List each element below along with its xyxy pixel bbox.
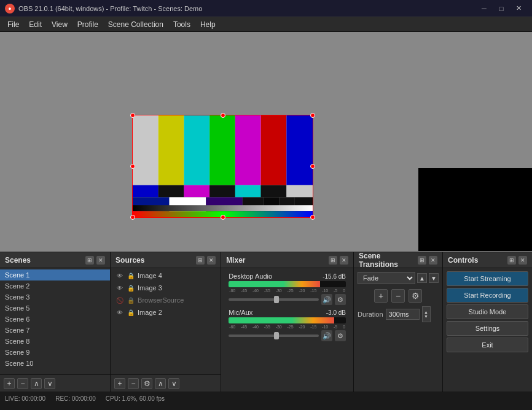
scene-item-9[interactable]: Scene 9: [0, 347, 110, 358]
menu-edit[interactable]: Edit: [24, 19, 47, 30]
menu-view[interactable]: View: [47, 19, 72, 30]
menu-help[interactable]: Help: [195, 19, 221, 30]
minimize-button[interactable]: ─: [475, 0, 493, 17]
mute-button-mic[interactable]: 🔊: [321, 330, 332, 341]
menu-tools[interactable]: Tools: [168, 19, 195, 30]
source-item-image2[interactable]: 👁 🔒 Image 2: [111, 306, 221, 319]
sources-list: 👁 🔒 Image 4 👁 🔒 Image 3 🚫 🔒 BrowserSourc…: [111, 268, 221, 374]
scene-move-down-button[interactable]: ∨: [44, 378, 55, 389]
start-recording-button[interactable]: Start Recording: [447, 288, 528, 303]
resize-handle-bc[interactable]: [221, 215, 225, 220]
settings-icon-mic[interactable]: ⚙: [335, 330, 346, 341]
lock-icon: 🔒: [127, 308, 135, 317]
source-move-down-button[interactable]: ∨: [168, 378, 179, 389]
menu-profile[interactable]: Profile: [72, 19, 103, 30]
menu-file[interactable]: File: [2, 19, 24, 30]
scene-item-8[interactable]: Scene 8: [0, 336, 110, 347]
mixer-panel-icon2[interactable]: ✕: [340, 256, 348, 265]
channel-name-desktop: Desktop Audio: [229, 273, 272, 280]
controls-panel-icons: ⊞ ✕: [507, 256, 527, 265]
scene-item-3[interactable]: Scene 3: [0, 292, 110, 303]
menu-scene-collection[interactable]: Scene Collection: [103, 19, 168, 30]
channel-controls-desktop: 🔊 ⚙: [229, 294, 346, 305]
transition-select[interactable]: Fade Cut Swipe Slide: [358, 272, 415, 284]
color-bars-source[interactable]: [132, 115, 313, 218]
channel-ticks-desktop: -60 -45 -40 -35 -30 -25 -20 -15 -10 -5 0: [229, 288, 346, 293]
sources-panel-icon1[interactable]: ⊞: [196, 256, 205, 265]
maximize-button[interactable]: □: [493, 0, 510, 17]
mixer-panel-icons: ⊞ ✕: [329, 256, 348, 265]
sources-panel: Sources ⊞ ✕ 👁 🔒 Image 4 👁 🔒 Image 3 🚫 🔒 …: [111, 252, 221, 392]
channel-controls-mic: 🔊 ⚙: [229, 330, 346, 341]
duration-label: Duration: [358, 311, 383, 318]
transitions-panel-icon1[interactable]: ⊞: [418, 256, 426, 265]
source-label: BrowserSource: [138, 296, 184, 304]
source-settings-button[interactable]: ⚙: [141, 378, 152, 389]
settings-button[interactable]: Settings: [447, 321, 528, 336]
eye-hidden-icon: 🚫: [115, 296, 124, 304]
source-add-button[interactable]: +: [114, 378, 125, 389]
scene-item-7[interactable]: Scene 7: [0, 325, 110, 336]
resize-handle-mr[interactable]: [310, 164, 315, 169]
duration-spinner[interactable]: ▲ ▼: [422, 306, 431, 322]
scene-remove-button[interactable]: −: [17, 378, 28, 389]
svg-rect-8: [133, 185, 158, 198]
mute-button-desktop[interactable]: 🔊: [321, 294, 332, 305]
channel-name-mic: Mic/Aux: [229, 309, 252, 316]
source-move-up-button[interactable]: ∧: [155, 378, 166, 389]
settings-icon-desktop[interactable]: ⚙: [335, 294, 346, 305]
transition-remove-button[interactable]: −: [391, 289, 405, 303]
scene-item-6[interactable]: Scene 6: [0, 314, 110, 325]
start-streaming-button[interactable]: Start Streaming: [447, 271, 528, 286]
studio-mode-button[interactable]: Studio Mode: [447, 304, 528, 319]
fader-knob-mic[interactable]: [274, 332, 279, 339]
channel-db-mic: -3.0 dB: [326, 309, 346, 316]
scene-item-2[interactable]: Scene 2: [0, 280, 110, 292]
scene-add-button[interactable]: +: [4, 378, 15, 389]
scenes-panel-icon2[interactable]: ✕: [96, 256, 105, 265]
transitions-panel-icons: ⊞ ✕: [418, 256, 437, 265]
resize-handle-br[interactable]: [310, 215, 315, 220]
scene-move-up-button[interactable]: ∧: [31, 378, 42, 389]
transition-up-btn[interactable]: ▲: [417, 273, 427, 283]
source-item-image4[interactable]: 👁 🔒 Image 4: [111, 269, 221, 282]
close-button[interactable]: ✕: [510, 0, 527, 17]
transition-down-btn[interactable]: ▼: [429, 273, 439, 283]
controls-panel-icon1[interactable]: ⊞: [507, 256, 516, 265]
window-title: OBS 21.0.1 (64bit, windows) - Profile: T…: [18, 5, 475, 12]
fader-track-mic[interactable]: [229, 335, 319, 337]
channel-bar-desktop: [229, 281, 346, 287]
sources-panel-icons: ⊞ ✕: [196, 256, 216, 265]
scene-item-5[interactable]: Scene 5: [0, 303, 110, 314]
resize-handle-ml[interactable]: [130, 164, 135, 169]
transitions-panel-icon2[interactable]: ✕: [429, 256, 437, 265]
channel-bar-fill-mic: [229, 317, 334, 323]
fader-track-desktop[interactable]: [229, 298, 319, 301]
controls-panel: Controls ⊞ ✕ Start Streaming Start Recor…: [443, 252, 532, 392]
resize-handle-tr[interactable]: [310, 113, 315, 118]
fader-knob-desktop[interactable]: [274, 296, 279, 303]
resize-handle-tl[interactable]: [130, 113, 135, 118]
resize-handle-bl[interactable]: [130, 215, 135, 220]
scenes-panel-icon1[interactable]: ⊞: [85, 256, 94, 265]
controls-panel-icon2[interactable]: ✕: [518, 256, 527, 265]
scene-item-10[interactable]: Scene 10: [0, 358, 110, 369]
source-remove-button[interactable]: −: [128, 378, 139, 389]
transitions-panel-header: Scene Transitions ⊞ ✕: [354, 252, 442, 268]
mixer-panel-icon1[interactable]: ⊞: [329, 256, 337, 265]
transition-add-button[interactable]: +: [374, 289, 388, 303]
scene-item-1[interactable]: Scene 1: [0, 269, 110, 280]
transitions-panel-title: Scene Transitions: [359, 252, 418, 269]
resize-handle-tc[interactable]: [221, 113, 225, 118]
transition-settings-button[interactable]: ⚙: [409, 289, 422, 303]
live-status: LIVE: 00:00:00: [5, 395, 45, 402]
app-icon: ●: [5, 4, 15, 14]
svg-rect-7: [286, 115, 313, 185]
sources-panel-icon2[interactable]: ✕: [207, 256, 216, 265]
mixer-panel: Mixer ⊞ ✕ Desktop Audio -15.6 dB -60 -45: [221, 252, 354, 392]
source-item-browsersource[interactable]: 🚫 🔒 BrowserSource: [111, 294, 221, 306]
exit-button[interactable]: Exit: [447, 338, 528, 352]
duration-input[interactable]: [386, 309, 420, 320]
preview-canvas: [0, 32, 532, 252]
source-item-image3[interactable]: 👁 🔒 Image 3: [111, 282, 221, 294]
